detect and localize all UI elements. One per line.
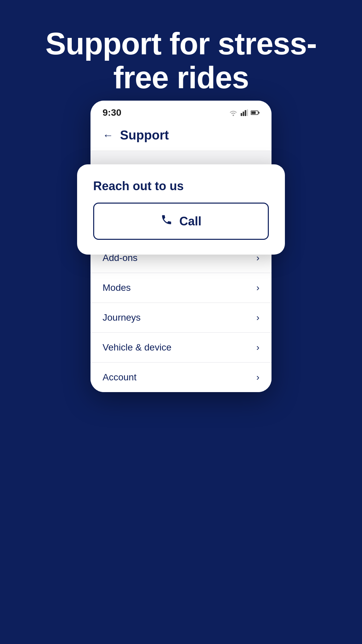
svg-rect-0 xyxy=(241,113,242,116)
chevron-icon: › xyxy=(256,342,259,353)
chevron-icon: › xyxy=(256,312,259,323)
signal-icon xyxy=(241,109,248,116)
chevron-icon: › xyxy=(256,282,259,293)
call-button[interactable]: Call xyxy=(93,203,269,240)
wifi-icon xyxy=(229,109,238,116)
hero-section: Support for stress-free rides xyxy=(0,0,362,115)
app-header-title: Support xyxy=(120,128,169,143)
svg-rect-3 xyxy=(247,109,248,116)
chevron-icon: › xyxy=(256,372,259,383)
reach-out-card: Reach out to us Call xyxy=(77,164,285,255)
call-label: Call xyxy=(179,214,201,228)
svg-rect-1 xyxy=(243,112,244,116)
battery-icon xyxy=(251,109,259,116)
app-header: ← Support xyxy=(90,121,272,151)
reach-out-title: Reach out to us xyxy=(93,179,269,193)
svg-rect-2 xyxy=(245,110,246,116)
status-icons xyxy=(229,109,259,116)
hero-title: Support for stress-free rides xyxy=(20,27,342,95)
svg-rect-6 xyxy=(258,112,259,114)
status-time: 9:30 xyxy=(103,107,121,118)
faq-item-journeys[interactable]: Journeys › xyxy=(90,303,272,333)
status-bar: 9:30 xyxy=(90,101,272,121)
faq-item-modes[interactable]: Modes › xyxy=(90,273,272,303)
phone-icon xyxy=(161,214,173,229)
svg-rect-5 xyxy=(251,111,256,114)
faq-item-vehicle[interactable]: Vehicle & device › xyxy=(90,333,272,363)
back-button[interactable]: ← xyxy=(103,129,113,142)
faq-item-account[interactable]: Account › xyxy=(90,363,272,392)
